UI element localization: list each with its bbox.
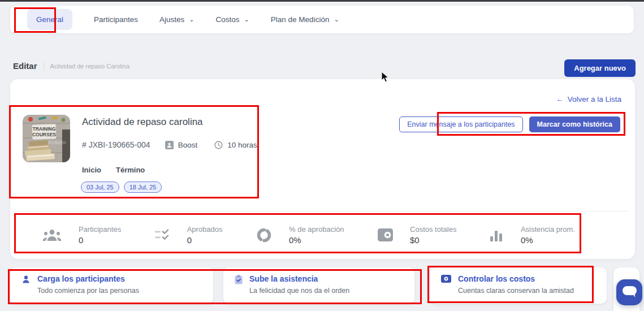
provider-item: Boost [165,141,198,149]
image-text-line2: COURSES [32,132,56,137]
stat-value: $0 [410,235,456,245]
clock-icon [214,141,223,149]
shortcut-control-costs[interactable]: Controlar los costos Cuentas claras cons… [430,267,607,304]
stat-value: 0% [521,235,575,245]
stat-value: 0 [79,235,121,245]
shortcut-upload-attendance[interactable]: Sube la asistencia La felicidad que nos … [223,267,414,304]
send-message-button[interactable]: Enviar mensaje a los participantes [399,116,522,132]
tab-ajustes-label: Ajustes [159,15,184,24]
shortcut-subtitle: La felicidad que nos da el orden [249,287,349,295]
banknote-icon [441,275,451,283]
tab-general[interactable]: General [27,9,72,30]
duration-label: 10 horas [227,141,257,149]
tab-costos[interactable]: Costos ⌄ [216,15,249,24]
chevron-down-icon: ⌄ [244,16,249,23]
shortcut-subtitle: Cuentas claras conservan la amistad [458,287,574,295]
action-buttons: Enviar mensaje a los participantes Marca… [399,116,620,132]
stat-participantes: Participantes 0 [42,225,121,245]
stat-label: % de aprobación [289,225,344,234]
start-date-label: Inicio [82,166,116,174]
shortcut-title: Carga los participantes [37,274,139,283]
people-icon [42,228,62,242]
stat-costos: Costos totales $0 [378,225,456,245]
chat-launcher-button[interactable] [616,279,642,305]
date-pills: 03 Jul, 25 18 Jul, 25 [81,182,162,193]
stat-label: Aprobados [187,225,223,234]
activity-thumbnail: TRAINING COURSES shutterst [23,115,70,162]
tab-participantes[interactable]: Participantes [94,15,138,24]
end-date-badge: 18 Jul, 25 [124,182,162,193]
bar-chart-icon [490,229,504,241]
provider-label: Boost [178,141,198,149]
add-new-button[interactable]: Agregar nuevo [564,59,636,77]
tab-plan-de-medicion-label: Plan de Medición [271,15,330,24]
person-icon [21,275,31,284]
image-watermark: shutterst [46,140,66,145]
tab-plan-de-medicion[interactable]: Plan de Medición ⌄ [271,15,339,24]
stat-aprobados: Aprobados 0 [155,225,223,245]
breadcrumb-page-name: Actividad de repaso Carolina [50,63,130,70]
badge-icon [165,141,174,149]
chevron-down-icon: ⌄ [189,16,194,23]
top-nav: General Participantes Ajustes ⌄ Costos ⌄… [10,6,634,33]
shortcut-title: Sube la asistencia [249,274,349,283]
breadcrumb: Editar Actividad de repaso Carolina [13,61,129,71]
tab-participantes-label: Participantes [94,15,138,24]
activity-meta-row: # JXBI-190665-004 Boost 10 horas [82,140,257,149]
date-labels: Inicio Término [82,166,145,174]
duration-item: 10 horas [214,141,257,149]
back-to-list-link[interactable]: ← Volver a la Lista [556,95,621,103]
clipboard-check-icon [235,275,243,284]
activity-detail-card: ← Volver a la Lista TRAINING COURSES shu… [10,79,635,259]
image-text-line1: TRAINING [32,126,55,132]
left-arrow-icon: ← [556,95,564,103]
stat-label: Asistencia prom. [521,225,575,234]
page-title: Editar [13,61,37,71]
start-date-badge: 03 Jul, 25 [81,182,119,193]
stats-row: Participantes 0 Aprobados 0 % de aprobac… [17,211,628,258]
shortcut-subtitle: Todo comienza por las personas [37,287,139,295]
mark-historic-button[interactable]: Marcar como histórica [529,116,620,132]
tab-ajustes[interactable]: Ajustes ⌄ [159,15,195,24]
breadcrumb-divider [44,62,44,71]
chat-bubble-icon [623,286,637,299]
stat-label: Participantes [79,225,121,234]
stat-label: Costos totales [410,225,456,234]
stat-value: 0 [187,235,223,245]
stat-aprobacion: % de aprobación 0% [256,225,344,245]
shortcut-title: Controlar los costos [458,274,574,283]
end-date-label: Término [116,166,145,174]
donut-icon [256,227,272,243]
activity-title: Actividad de repaso carolina [82,116,203,128]
tab-costos-label: Costos [216,15,240,24]
checklist-icon [155,229,170,241]
window-top-edge [0,0,644,2]
tab-general-label: General [36,15,63,24]
shortcut-load-participants[interactable]: Carga los participantes Todo comienza po… [10,267,213,304]
stat-value: 0% [289,235,344,245]
activity-code: # JXBI-190665-004 [82,140,150,149]
wallet-icon [378,228,393,241]
chevron-down-icon: ⌄ [334,16,339,23]
back-to-list-label: Volver a la Lista [568,95,621,103]
stat-asistencia: Asistencia prom. 0% [490,225,575,245]
training-courses-image: TRAINING COURSES shutterst [23,115,70,162]
